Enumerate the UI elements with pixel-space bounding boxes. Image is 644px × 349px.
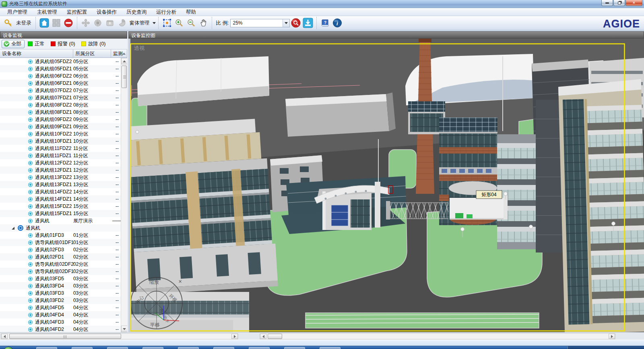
locate-icon[interactable]: [291, 18, 301, 28]
table-row[interactable]: 通风机04FD304分区--: [0, 318, 121, 326]
wheel-close-icon[interactable]: ✕: [178, 279, 182, 284]
table-row[interactable]: 通风机组15FDZ215分区--: [0, 203, 121, 210]
table-row[interactable]: 通风机组14FDZ214分区--: [0, 188, 121, 195]
table-row[interactable]: 通风机01FD301分区--: [0, 232, 121, 239]
start-orb[interactable]: [3, 347, 14, 349]
taskbar-app-button[interactable]: [284, 347, 305, 349]
table-row[interactable]: 通风机04FD504分区--: [0, 304, 121, 311]
filter-button[interactable]: 故障 (0): [80, 40, 109, 48]
pan-hand-icon[interactable]: [198, 18, 208, 28]
key-icon[interactable]: [3, 18, 14, 28]
table-row[interactable]: 通风机组05FDZ205分区--: [0, 58, 121, 65]
table-row[interactable]: 诱导风机组01DF101分区--: [0, 239, 121, 246]
restore-button[interactable]: [613, 0, 625, 6]
window-manage-label[interactable]: 窗体管理: [130, 20, 150, 27]
taskbar-app-button[interactable]: [107, 347, 128, 349]
table-row[interactable]: 通风机组12FDZ212分区--: [0, 159, 121, 166]
column-header[interactable]: 设备名称: [0, 49, 73, 57]
taskbar-app-button[interactable]: [213, 347, 234, 349]
fan-icon[interactable]: [80, 18, 91, 28]
info-icon[interactable]: i: [332, 18, 343, 28]
taskbar-app-button[interactable]: [320, 347, 341, 349]
column-header[interactable]: 监测: [111, 49, 127, 57]
table-row[interactable]: 通风机组12FDZ112分区--: [0, 166, 121, 174]
taskbar-app-button[interactable]: [249, 347, 270, 349]
table-row[interactable]: 通风机组15FDZ115分区--: [0, 210, 121, 217]
scale-dropdown-button[interactable]: [283, 19, 289, 27]
taskbar-app-button[interactable]: [36, 347, 57, 349]
menu-item[interactable]: 运行分析: [151, 8, 181, 16]
table-row[interactable]: 通风机03FD503分区--: [0, 275, 121, 282]
filter-button[interactable]: 报警 (0): [49, 40, 78, 48]
wheel-icon[interactable]: [93, 18, 103, 28]
column-header[interactable]: 所属分区: [73, 49, 111, 57]
table-row[interactable]: 诱导风机组02DF102分区--: [0, 268, 121, 275]
menu-item[interactable]: 设备操作: [92, 8, 122, 16]
taskbar-app-button[interactable]: [72, 347, 93, 349]
no-entry-icon[interactable]: [63, 18, 74, 28]
navigation-wheel[interactable]: 缩放 ✕ 中心 环视 平移 向上/向下: [131, 277, 182, 329]
viewport-scroll-right-button[interactable]: [609, 334, 615, 339]
zoom-in-icon[interactable]: [174, 18, 184, 28]
vertical-scrollbar-thumb[interactable]: [122, 66, 127, 88]
table-row[interactable]: 通风机组06FDZ106分区--: [0, 80, 121, 87]
viewport-3d[interactable]: 矩形04 缩放 ✕ 中心 环视 平移 向上/向下 透视: [128, 39, 644, 332]
table-row[interactable]: 通风机04FD404分区--: [0, 311, 121, 318]
table-row[interactable]: 通风机组07FDZ207分区--: [0, 87, 121, 94]
viewport-scroll-left-button[interactable]: [260, 334, 266, 339]
minimize-button[interactable]: [601, 0, 613, 6]
menu-item[interactable]: 用户管理: [2, 8, 32, 16]
menu-item[interactable]: 主机管理: [32, 8, 62, 16]
table-row[interactable]: 通风机04FD204分区--: [0, 326, 121, 332]
filter-button[interactable]: 全部: [2, 40, 25, 48]
table-row[interactable]: 通风机组11FDZ211分区--: [0, 145, 121, 152]
help-book-icon[interactable]: ?: [320, 18, 330, 28]
device-table-vertical-scrollbar[interactable]: [121, 58, 127, 332]
menu-item[interactable]: 帮助: [181, 8, 201, 16]
scroll-up-button[interactable]: [121, 58, 128, 64]
table-row[interactable]: 通风机组10FDZ110分区--: [0, 138, 121, 145]
table-row[interactable]: 通风机组11FDZ111分区--: [0, 152, 121, 159]
marquee-select-icon[interactable]: [162, 18, 172, 28]
filter-button[interactable]: 正常: [26, 40, 47, 48]
table-row[interactable]: 通风机03FD203分区--: [0, 297, 121, 304]
taskbar-app-button[interactable]: [178, 347, 199, 349]
menu-item[interactable]: 监控配置: [62, 8, 92, 16]
table-row[interactable]: 通风机组14FDZ114分区--: [0, 195, 121, 203]
scroll-down-button[interactable]: [121, 326, 128, 332]
close-button[interactable]: ✕: [625, 0, 642, 6]
table-group-row[interactable]: 通风机: [0, 224, 121, 232]
table-row[interactable]: 通风机组09FDZ109分区--: [0, 123, 121, 130]
scroll-left-button[interactable]: [1, 334, 8, 339]
table-row[interactable]: 通风机03FD303分区--: [0, 289, 121, 297]
zoom-out-icon[interactable]: [186, 18, 196, 28]
expand-triangle-icon[interactable]: [12, 227, 14, 230]
scale-combobox[interactable]: 25%: [230, 19, 290, 27]
scroll-right-button[interactable]: [231, 334, 238, 339]
table-row[interactable]: 通风机组09FDZ209分区--: [0, 116, 121, 123]
viewport-scrollbar-thumb[interactable]: [268, 334, 282, 339]
table-row[interactable]: 通风机组05FDZ105分区--: [0, 65, 121, 72]
pie-icon[interactable]: [117, 18, 127, 28]
taskbar-app-button[interactable]: [142, 347, 163, 349]
table-row[interactable]: 通风机组10FDZ210分区--: [0, 130, 121, 138]
left-horizontal-scrollbar[interactable]: [1, 333, 238, 339]
login-status-label[interactable]: 未登录: [16, 20, 31, 27]
grid-icon[interactable]: [51, 18, 62, 28]
table-row[interactable]: 通风机组07FDZ107分区--: [0, 94, 121, 101]
table-row[interactable]: 通风机02FD302分区--: [0, 246, 121, 253]
viewport-horizontal-scrollbar[interactable]: [260, 333, 615, 339]
table-row[interactable]: 通风机组06FDZ206分区--: [0, 72, 121, 80]
menu-item[interactable]: 历史查询: [122, 8, 151, 16]
table-row[interactable]: 诱导风机组02DF202分区--: [0, 261, 121, 268]
download-icon[interactable]: [303, 18, 313, 28]
table-row[interactable]: 通风机组13FDZ113分区--: [0, 181, 121, 188]
table-row[interactable]: 通风机组13FDZ213分区--: [0, 174, 121, 181]
system-tray[interactable]: [568, 346, 644, 349]
table-row[interactable]: 通风机展厅演示——: [0, 217, 121, 224]
horizontal-scrollbar-thumb[interactable]: [9, 334, 121, 339]
table-row[interactable]: 通风机组08FDZ108分区--: [0, 109, 121, 116]
table-row[interactable]: 通风机02FD102分区--: [0, 253, 121, 261]
archive-icon[interactable]: [105, 18, 115, 28]
home-icon[interactable]: [39, 18, 50, 28]
